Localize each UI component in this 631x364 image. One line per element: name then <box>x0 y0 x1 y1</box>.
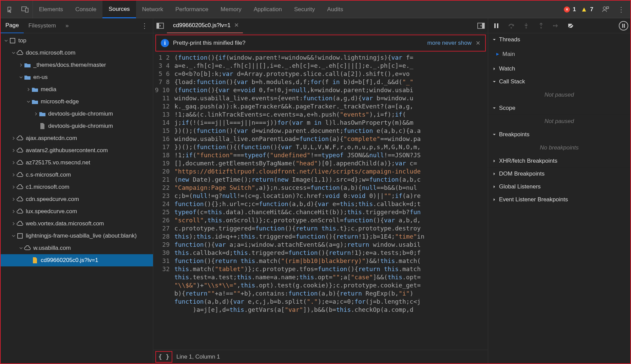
pause-button[interactable] <box>490 20 502 32</box>
cloud-icon <box>16 159 24 166</box>
inspect-icon[interactable] <box>3 3 17 16</box>
tree-arrow-icon[interactable] <box>11 136 16 141</box>
svg-rect-3 <box>10 38 15 43</box>
show-debugger-icon[interactable] <box>474 18 488 33</box>
section-header[interactable]: Global Listeners <box>488 180 630 193</box>
step-out-button[interactable] <box>535 20 547 32</box>
tree-arrow-icon[interactable] <box>11 209 16 214</box>
tree-item[interactable]: devtools-guide-chromium <box>1 120 153 132</box>
tree-label: avatars2.githubusercontent.com <box>26 147 108 154</box>
tree-label: web.vortex.data.microsoft.com <box>26 220 104 227</box>
top-tab-console[interactable]: Console <box>69 1 102 18</box>
tree-arrow-icon[interactable] <box>11 184 16 190</box>
code-editor[interactable]: 1 2 3 4 5 6 7 8 9 10 11 12 13 14 15 16 1… <box>153 52 488 350</box>
step-into-button[interactable] <box>520 20 532 32</box>
infobar-close-icon[interactable]: ✕ <box>476 40 480 47</box>
warning-icon[interactable]: ▲ <box>581 5 588 13</box>
section-label: Threads <box>499 36 520 43</box>
tree-item[interactable]: cd99660205c0.js?lv=1 <box>1 254 153 266</box>
warning-count[interactable]: 7 <box>590 6 593 13</box>
error-count[interactable]: 1 <box>573 6 576 13</box>
tree-arrow-icon[interactable] <box>18 62 24 68</box>
svg-point-11 <box>511 27 512 28</box>
tree-arrow-icon[interactable] <box>11 233 16 239</box>
navigator-tab-page[interactable]: Page <box>1 18 24 33</box>
top-tab-elements[interactable]: Elements <box>33 1 69 18</box>
tree-arrow-icon[interactable] <box>26 258 31 263</box>
tree-item[interactable]: ajax.aspnetcdn.com <box>1 132 153 144</box>
devtools-top-toolbar: ElementsConsoleSourcesNetworkPerformance… <box>1 1 630 18</box>
navigator-panel: PageFilesystem » ⋮ topdocs.microsoft.com… <box>1 18 153 363</box>
tree-arrow-icon[interactable] <box>11 172 16 178</box>
step-over-button[interactable] <box>505 20 517 32</box>
tree-arrow-icon[interactable] <box>11 50 16 56</box>
tree-item[interactable]: devtools-guide-chromium <box>1 108 153 120</box>
tree-arrow-icon[interactable] <box>11 197 16 202</box>
cloud-icon <box>16 196 24 203</box>
feedback-icon[interactable] <box>599 3 612 16</box>
tree-arrow-icon[interactable] <box>26 87 31 92</box>
tree-item[interactable]: w.usabilla.com <box>1 242 153 254</box>
thread-row[interactable]: Main <box>496 49 630 60</box>
top-tab-memory[interactable]: Memory <box>214 1 247 18</box>
tree-arrow-icon[interactable] <box>33 111 39 117</box>
editor-tab[interactable]: cd99660205c0.js?lv=1 ✕ <box>167 18 243 33</box>
tree-item[interactable]: media <box>1 83 153 96</box>
section-label: Watch <box>499 65 515 72</box>
error-icon[interactable]: × <box>564 6 570 13</box>
tree-item[interactable]: avatars2.githubusercontent.com <box>1 144 153 157</box>
tree-item[interactable]: docs.microsoft.com <box>1 47 153 59</box>
infobar-link[interactable]: more never show <box>427 40 472 46</box>
tree-arrow-icon[interactable] <box>33 123 39 129</box>
tree-label: media <box>41 86 56 93</box>
tree-item[interactable]: c1.microsoft.com <box>1 181 153 193</box>
debugger-toolbar <box>488 18 630 33</box>
section-header[interactable]: Breakpoints <box>488 128 630 141</box>
tree-item[interactable]: top <box>1 35 153 47</box>
tree-item[interactable]: lightningjs-frame-usabilla_live (about:b… <box>1 230 153 242</box>
top-tab-sources[interactable]: Sources <box>102 1 136 18</box>
section-header[interactable]: Scope <box>488 102 630 115</box>
tree-arrow-icon[interactable] <box>11 160 16 165</box>
deactivate-breakpoints-button[interactable] <box>565 20 577 32</box>
section-header[interactable]: Call Stack <box>488 75 630 88</box>
pause-on-exceptions-button[interactable] <box>619 21 628 31</box>
tree-arrow-icon[interactable] <box>11 221 16 226</box>
pretty-print-button[interactable]: { } <box>155 351 172 363</box>
tree-arrow-icon[interactable] <box>11 148 16 153</box>
section-body: Not paused <box>488 115 630 128</box>
top-tab-network[interactable]: Network <box>136 1 169 18</box>
section-header[interactable]: Watch <box>488 62 630 75</box>
tree-item[interactable]: microsoft-edge <box>1 96 153 108</box>
step-button[interactable] <box>550 20 562 32</box>
navigator-tab-filesystem[interactable]: Filesystem <box>24 18 61 33</box>
close-icon[interactable]: ✕ <box>234 22 239 29</box>
tree-item[interactable]: lux.speedcurve.com <box>1 205 153 218</box>
tree-arrow-icon[interactable] <box>18 245 24 251</box>
tree-label: c.s-microsoft.com <box>26 171 71 178</box>
tree-item[interactable]: en-us <box>1 71 153 83</box>
section-header[interactable]: Event Listener Breakpoints <box>488 193 630 206</box>
tree-item[interactable]: _themes/docs.theme/master <box>1 59 153 71</box>
tree-item[interactable]: c.s-microsoft.com <box>1 169 153 181</box>
tree-arrow-icon[interactable] <box>26 99 31 104</box>
device-toolbar-icon[interactable] <box>18 3 32 16</box>
top-tab-security[interactable]: Security <box>288 1 321 18</box>
top-tab-application[interactable]: Application <box>248 1 288 18</box>
tree-arrow-icon[interactable] <box>3 38 9 43</box>
top-tab-performance[interactable]: Performance <box>169 1 214 18</box>
chevron-icon <box>492 184 497 189</box>
tree-item[interactable]: az725175.vo.msecnd.net <box>1 157 153 169</box>
section-header[interactable]: Threads <box>488 33 630 46</box>
tree-arrow-icon[interactable] <box>18 75 24 80</box>
show-navigator-icon[interactable] <box>153 18 167 33</box>
section-header[interactable]: DOM Breakpoints <box>488 167 630 180</box>
tree-item[interactable]: web.vortex.data.microsoft.com <box>1 218 153 230</box>
top-tab-audits[interactable]: Audits <box>321 1 349 18</box>
tree-label: lightningjs-frame-usabilla_live (about:b… <box>26 232 137 239</box>
navigator-more-icon[interactable]: ⋮ <box>136 22 153 30</box>
navigator-overflow[interactable]: » <box>61 18 73 33</box>
more-icon[interactable]: ⋮ <box>616 5 627 14</box>
section-header[interactable]: XHR/fetch Breakpoints <box>488 155 630 167</box>
tree-item[interactable]: cdn.speedcurve.com <box>1 193 153 205</box>
